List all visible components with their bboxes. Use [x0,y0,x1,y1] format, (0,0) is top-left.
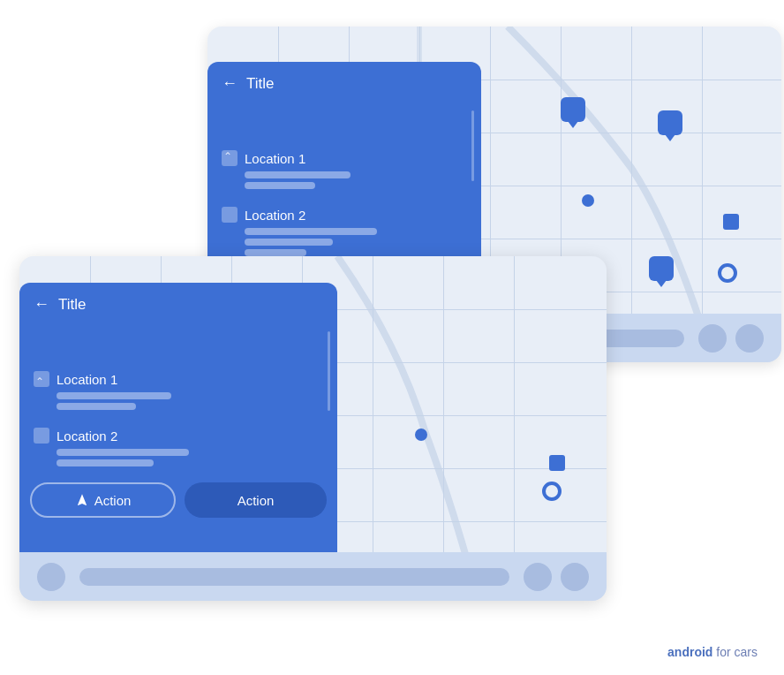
panel-header-back: ← Title [207,62,481,102]
card-front: ← Title ⌃ Location 1 Location 2 [19,256,607,601]
navigate-icon [75,493,89,507]
bottom-right-back [698,324,764,353]
location-item-front-2[interactable]: Location 2 [19,421,337,477]
location-header-front-2: Location 2 [34,428,323,444]
sub-line [245,171,351,178]
map-marker-speech-2 [658,110,682,135]
map-marker-ring-1 [718,263,737,283]
checkbox-back-2[interactable] [222,207,237,223]
map-marker-speech-3 [649,256,674,281]
bottom-bar-front [19,552,607,601]
sublines-front-2 [34,449,323,466]
bottom-center-front [79,568,509,586]
action-btn-2[interactable]: Action [185,482,327,518]
panel-front: ← Title ⌃ Location 1 Location 2 [19,283,337,574]
map-marker-circle-front-1 [415,429,427,441]
sub-line [245,249,306,256]
back-arrow-front[interactable]: ← [34,295,49,314]
sub-line [57,449,189,456]
panel-header-front: ← Title [19,283,337,322]
map-marker-speech-1 [561,97,585,122]
action-label-2: Action [237,493,275,508]
bottom-circle-back-2 [698,324,727,353]
location-header-back-2: Location 2 [222,207,467,223]
bottom-right-front [524,563,589,591]
map-marker-square-front-1 [549,455,565,471]
bottom-circle-front-3 [561,563,589,591]
sub-line [57,459,154,466]
location-name-back-1: Location 1 [245,151,305,166]
sub-line [57,403,136,410]
map-marker-ring-front-1 [542,482,562,501]
bottom-circle-front-1 [37,563,65,591]
sub-line [245,228,377,235]
bottom-circle-back-3 [735,324,764,353]
back-arrow-back[interactable]: ← [222,74,237,93]
location-header-back-1: Location 1 [222,150,467,166]
checkbox-front-1[interactable] [34,371,49,387]
branding: android for cars [667,645,758,659]
sublines-front-1 [34,392,323,410]
location-header-front-1: Location 1 [34,371,323,387]
sub-line [57,392,171,399]
location-item-back-1[interactable]: Location 1 [207,102,481,200]
sub-line [245,182,315,189]
bottom-circle-front-2 [524,563,552,591]
location-item-front-1[interactable]: Location 1 [19,322,337,421]
sub-line [245,239,333,246]
map-marker-square-1 [723,214,739,230]
panel-title-back: Title [246,75,275,93]
branding-rest: for cars [712,645,758,659]
location-name-front-2: Location 2 [57,429,117,444]
action-label-1: Action [94,493,132,508]
action-bar: Action Action [19,474,337,526]
sublimes-back-1 [222,171,467,189]
map-marker-circle-1 [582,194,594,207]
branding-bold: android [667,645,712,659]
location-name-back-2: Location 2 [245,208,305,223]
checkbox-front-2[interactable] [34,428,49,444]
action-btn-1[interactable]: Action [30,482,176,518]
location-name-front-1: Location 1 [57,372,117,387]
panel-title-front: Title [58,296,87,314]
checkbox-back-1[interactable] [222,150,237,166]
sublines-back-2 [222,228,467,256]
